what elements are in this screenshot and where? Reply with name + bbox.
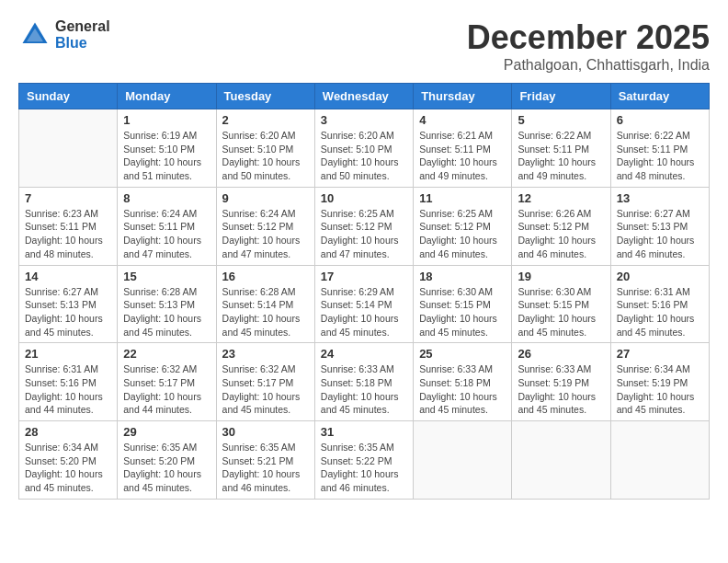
calendar-cell [414, 421, 512, 500]
day-info: Sunrise: 6:20 AM Sunset: 5:10 PM Dayligh… [222, 129, 309, 183]
day-info: Sunrise: 6:20 AM Sunset: 5:10 PM Dayligh… [321, 129, 407, 183]
day-number: 7 [25, 191, 111, 205]
day-number: 31 [321, 425, 407, 439]
calendar-day-header: Saturday [610, 84, 709, 109]
page-header: General Blue December 2025 Pathalgoan, C… [18, 18, 710, 74]
calendar-cell: 24Sunrise: 6:33 AM Sunset: 5:18 PM Dayli… [314, 343, 413, 421]
calendar-cell: 8Sunrise: 6:24 AM Sunset: 5:11 PM Daylig… [118, 187, 216, 265]
day-info: Sunrise: 6:33 AM Sunset: 5:19 PM Dayligh… [518, 362, 604, 417]
calendar-cell: 14Sunrise: 6:27 AM Sunset: 5:13 PM Dayli… [19, 265, 118, 343]
day-number: 10 [321, 191, 407, 205]
calendar-week-row: 14Sunrise: 6:27 AM Sunset: 5:13 PM Dayli… [19, 265, 710, 343]
day-number: 4 [419, 113, 506, 127]
calendar-cell: 16Sunrise: 6:28 AM Sunset: 5:14 PM Dayli… [216, 265, 314, 343]
calendar-day-header: Sunday [19, 84, 118, 109]
calendar-cell: 23Sunrise: 6:32 AM Sunset: 5:17 PM Dayli… [216, 343, 314, 421]
day-info: Sunrise: 6:22 AM Sunset: 5:11 PM Dayligh… [617, 129, 703, 183]
calendar-day-header: Monday [118, 84, 216, 109]
calendar-cell: 11Sunrise: 6:25 AM Sunset: 5:12 PM Dayli… [414, 187, 512, 265]
day-info: Sunrise: 6:35 AM Sunset: 5:21 PM Dayligh… [222, 441, 309, 495]
day-info: Sunrise: 6:32 AM Sunset: 5:17 PM Dayligh… [222, 362, 309, 417]
calendar-day-header: Thursday [414, 84, 512, 109]
calendar-cell: 5Sunrise: 6:22 AM Sunset: 5:11 PM Daylig… [512, 109, 610, 188]
day-info: Sunrise: 6:23 AM Sunset: 5:11 PM Dayligh… [25, 207, 111, 261]
calendar-cell: 26Sunrise: 6:33 AM Sunset: 5:19 PM Dayli… [512, 343, 610, 421]
day-number: 25 [419, 347, 506, 361]
day-info: Sunrise: 6:22 AM Sunset: 5:11 PM Dayligh… [518, 129, 604, 183]
calendar-week-row: 1Sunrise: 6:19 AM Sunset: 5:10 PM Daylig… [19, 109, 710, 188]
day-info: Sunrise: 6:34 AM Sunset: 5:19 PM Dayligh… [617, 362, 703, 417]
calendar-day-header: Friday [512, 84, 610, 109]
calendar-week-row: 21Sunrise: 6:31 AM Sunset: 5:16 PM Dayli… [19, 343, 710, 421]
calendar-cell: 27Sunrise: 6:34 AM Sunset: 5:19 PM Dayli… [610, 343, 709, 421]
day-info: Sunrise: 6:30 AM Sunset: 5:15 PM Dayligh… [419, 285, 506, 339]
calendar-week-row: 7Sunrise: 6:23 AM Sunset: 5:11 PM Daylig… [19, 187, 710, 265]
calendar-week-row: 28Sunrise: 6:34 AM Sunset: 5:20 PM Dayli… [19, 421, 710, 500]
day-info: Sunrise: 6:27 AM Sunset: 5:13 PM Dayligh… [617, 207, 703, 261]
day-info: Sunrise: 6:19 AM Sunset: 5:10 PM Dayligh… [123, 129, 210, 183]
calendar-cell: 21Sunrise: 6:31 AM Sunset: 5:16 PM Dayli… [19, 343, 118, 421]
day-number: 11 [419, 191, 506, 205]
month-title: December 2025 [467, 18, 710, 57]
day-info: Sunrise: 6:31 AM Sunset: 5:16 PM Dayligh… [617, 285, 703, 339]
calendar-cell [19, 109, 118, 188]
calendar-cell: 25Sunrise: 6:33 AM Sunset: 5:18 PM Dayli… [414, 343, 512, 421]
calendar-cell: 17Sunrise: 6:29 AM Sunset: 5:14 PM Dayli… [314, 265, 413, 343]
day-info: Sunrise: 6:33 AM Sunset: 5:18 PM Dayligh… [419, 362, 506, 417]
calendar-cell: 1Sunrise: 6:19 AM Sunset: 5:10 PM Daylig… [118, 109, 216, 188]
calendar-cell: 30Sunrise: 6:35 AM Sunset: 5:21 PM Dayli… [216, 421, 314, 500]
day-info: Sunrise: 6:33 AM Sunset: 5:18 PM Dayligh… [321, 362, 407, 417]
day-info: Sunrise: 6:29 AM Sunset: 5:14 PM Dayligh… [321, 285, 407, 339]
day-info: Sunrise: 6:30 AM Sunset: 5:15 PM Dayligh… [518, 285, 604, 339]
day-number: 29 [123, 425, 210, 439]
calendar-day-header: Tuesday [216, 84, 314, 109]
day-number: 13 [617, 191, 703, 205]
calendar-cell [512, 421, 610, 500]
calendar-cell: 6Sunrise: 6:22 AM Sunset: 5:11 PM Daylig… [610, 109, 709, 188]
calendar-cell: 12Sunrise: 6:26 AM Sunset: 5:12 PM Dayli… [512, 187, 610, 265]
day-number: 8 [123, 191, 210, 205]
day-number: 26 [518, 347, 604, 361]
logo-icon [18, 18, 51, 52]
day-info: Sunrise: 6:35 AM Sunset: 5:20 PM Dayligh… [123, 441, 210, 495]
day-info: Sunrise: 6:34 AM Sunset: 5:20 PM Dayligh… [25, 441, 111, 495]
day-number: 30 [222, 425, 309, 439]
day-info: Sunrise: 6:25 AM Sunset: 5:12 PM Dayligh… [321, 207, 407, 261]
day-info: Sunrise: 6:24 AM Sunset: 5:12 PM Dayligh… [222, 207, 309, 261]
day-number: 24 [321, 347, 407, 361]
day-info: Sunrise: 6:28 AM Sunset: 5:13 PM Dayligh… [123, 285, 210, 339]
calendar-cell: 28Sunrise: 6:34 AM Sunset: 5:20 PM Dayli… [19, 421, 118, 500]
calendar-cell: 20Sunrise: 6:31 AM Sunset: 5:16 PM Dayli… [610, 265, 709, 343]
day-number: 28 [25, 425, 111, 439]
day-number: 12 [518, 191, 604, 205]
calendar-cell: 19Sunrise: 6:30 AM Sunset: 5:15 PM Dayli… [512, 265, 610, 343]
day-number: 27 [617, 347, 703, 361]
day-number: 15 [123, 270, 210, 283]
calendar-cell: 18Sunrise: 6:30 AM Sunset: 5:15 PM Dayli… [414, 265, 512, 343]
day-info: Sunrise: 6:32 AM Sunset: 5:17 PM Dayligh… [123, 362, 210, 417]
calendar-day-header: Wednesday [314, 84, 413, 109]
location: Pathalgoan, Chhattisgarh, India [467, 57, 710, 74]
calendar-cell: 22Sunrise: 6:32 AM Sunset: 5:17 PM Dayli… [118, 343, 216, 421]
day-info: Sunrise: 6:27 AM Sunset: 5:13 PM Dayligh… [25, 285, 111, 339]
day-info: Sunrise: 6:24 AM Sunset: 5:11 PM Dayligh… [123, 207, 210, 261]
calendar-cell: 9Sunrise: 6:24 AM Sunset: 5:12 PM Daylig… [216, 187, 314, 265]
day-info: Sunrise: 6:28 AM Sunset: 5:14 PM Dayligh… [222, 285, 309, 339]
calendar-cell: 3Sunrise: 6:20 AM Sunset: 5:10 PM Daylig… [314, 109, 413, 188]
calendar-cell: 29Sunrise: 6:35 AM Sunset: 5:20 PM Dayli… [118, 421, 216, 500]
calendar-header-row: SundayMondayTuesdayWednesdayThursdayFrid… [19, 84, 710, 109]
calendar-cell: 15Sunrise: 6:28 AM Sunset: 5:13 PM Dayli… [118, 265, 216, 343]
day-info: Sunrise: 6:21 AM Sunset: 5:11 PM Dayligh… [419, 129, 506, 183]
calendar-table: SundayMondayTuesdayWednesdayThursdayFrid… [18, 83, 710, 500]
day-number: 2 [222, 113, 309, 127]
calendar-cell: 13Sunrise: 6:27 AM Sunset: 5:13 PM Dayli… [610, 187, 709, 265]
calendar-cell: 31Sunrise: 6:35 AM Sunset: 5:22 PM Dayli… [314, 421, 413, 500]
day-number: 21 [25, 347, 111, 361]
day-number: 23 [222, 347, 309, 361]
day-info: Sunrise: 6:26 AM Sunset: 5:12 PM Dayligh… [518, 207, 604, 261]
day-number: 6 [617, 113, 703, 127]
calendar-cell: 10Sunrise: 6:25 AM Sunset: 5:12 PM Dayli… [314, 187, 413, 265]
day-number: 19 [518, 270, 604, 283]
logo: General Blue [18, 18, 110, 52]
day-info: Sunrise: 6:35 AM Sunset: 5:22 PM Dayligh… [321, 441, 407, 495]
